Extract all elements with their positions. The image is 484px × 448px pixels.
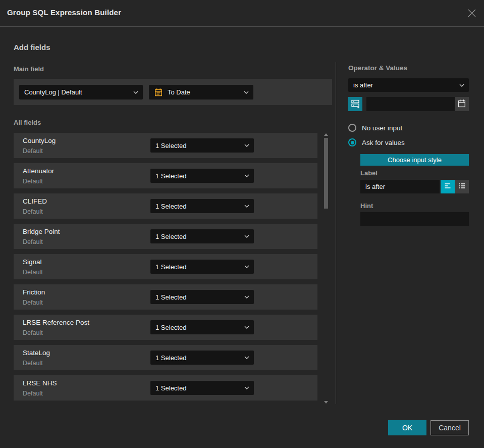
- chevron-down-icon: [244, 174, 249, 177]
- radio-circle-selected-icon: [348, 138, 356, 146]
- label-label: Label: [360, 169, 378, 177]
- field-subtitle: Default: [23, 147, 43, 155]
- operator-dropdown[interactable]: is after: [348, 78, 469, 92]
- chevron-down-icon: [459, 84, 464, 87]
- field-selected-dropdown[interactable]: 1 Selected: [150, 290, 254, 304]
- field-name: Attenuator: [23, 167, 54, 175]
- field-selected-dropdown[interactable]: 1 Selected: [150, 169, 254, 183]
- close-icon[interactable]: [467, 9, 476, 18]
- field-subtitle: Default: [23, 360, 43, 367]
- chevron-down-icon: [244, 295, 249, 298]
- radio-ask-for-values[interactable]: Ask for values: [348, 138, 405, 146]
- field-row: LRSE NHS Default 1 Selected: [14, 375, 317, 401]
- field-selected-value: 1 Selected: [155, 293, 186, 301]
- radio-no-user-input[interactable]: No user input: [348, 124, 402, 132]
- field-row: LRSE Reference Post Default 1 Selected: [14, 315, 317, 340]
- field-name: LRSE NHS: [23, 379, 57, 387]
- field-selected-dropdown[interactable]: 1 Selected: [150, 199, 254, 213]
- main-field-panel: CountyLog | Default To Date: [14, 79, 332, 105]
- field-selected-value: 1 Selected: [155, 172, 186, 180]
- all-fields-label: All fields: [14, 119, 41, 126]
- chevron-down-icon: [244, 386, 249, 389]
- field-selected-value: 1 Selected: [155, 233, 186, 240]
- ok-button[interactable]: OK: [388, 420, 426, 435]
- field-selected-value: 1 Selected: [155, 384, 186, 392]
- bulleted-list-icon: [457, 181, 466, 192]
- field-name: CountyLog: [23, 137, 56, 144]
- hint-label: Hint: [360, 202, 373, 210]
- field-row: StateLog Default 1 Selected: [14, 345, 317, 370]
- date-type-dropdown-value: To Date: [168, 88, 190, 96]
- field-name: LRSE Reference Post: [23, 319, 89, 326]
- operator-dropdown-value: is after: [353, 81, 373, 89]
- chevron-down-icon: [244, 91, 249, 94]
- field-selected-dropdown[interactable]: 1 Selected: [150, 229, 254, 243]
- field-subtitle: Default: [23, 299, 43, 306]
- field-subtitle: Default: [23, 208, 43, 215]
- field-subtitle: Default: [23, 269, 43, 276]
- main-field-dropdown-value: CountyLog | Default: [24, 88, 82, 96]
- chevron-down-icon: [133, 91, 138, 94]
- field-row: CLIFED Default 1 Selected: [14, 193, 317, 219]
- chevron-down-icon: [244, 326, 249, 329]
- list-style-button[interactable]: [455, 180, 469, 193]
- chevron-down-icon: [244, 205, 249, 208]
- field-subtitle: Default: [23, 329, 43, 336]
- label-input[interactable]: [360, 180, 440, 193]
- field-selected-dropdown[interactable]: 1 Selected: [150, 381, 254, 395]
- chevron-down-icon: [244, 356, 249, 359]
- field-name: CLIFED: [23, 197, 47, 205]
- list-scrollbar[interactable]: [322, 130, 330, 406]
- field-selected-dropdown[interactable]: 1 Selected: [150, 260, 254, 274]
- field-subtitle: Default: [23, 390, 43, 397]
- field-row: Bridge Point Default 1 Selected: [14, 224, 317, 249]
- field-row: CountyLog Default 1 Selected: [14, 133, 317, 158]
- field-name: Friction: [23, 288, 45, 296]
- field-selected-dropdown[interactable]: 1 Selected: [150, 320, 254, 334]
- all-fields-list: CountyLog Default 1 Selected Attenuator …: [14, 133, 317, 406]
- value-input[interactable]: [366, 97, 455, 111]
- add-fields-heading: Add fields: [14, 43, 50, 52]
- chevron-down-icon: [244, 235, 249, 238]
- radio-no-user-input-label: No user input: [362, 124, 402, 132]
- field-row: Signal Default 1 Selected: [14, 254, 317, 279]
- field-name: Bridge Point: [23, 228, 60, 235]
- calendar-icon: [457, 99, 466, 110]
- dialog-title-bar: Group SQL Expression Builder: [0, 0, 484, 27]
- field-selected-dropdown[interactable]: 1 Selected: [150, 351, 254, 365]
- calendar-icon: [154, 88, 163, 97]
- scrollbar-thumb[interactable]: [324, 138, 328, 209]
- dialog-title: Group SQL Expression Builder: [7, 8, 121, 17]
- scrollbar-up-arrow-icon[interactable]: [324, 133, 328, 136]
- scrollbar-down-arrow-icon[interactable]: [324, 401, 328, 404]
- field-selected-dropdown[interactable]: 1 Selected: [150, 138, 254, 153]
- main-field-dropdown[interactable]: CountyLog | Default: [19, 85, 143, 99]
- single-line-style-button[interactable]: [441, 180, 455, 193]
- vertical-divider: [336, 62, 336, 404]
- operator-values-heading: Operator & Values: [348, 64, 407, 72]
- date-picker-button[interactable]: [455, 97, 469, 111]
- main-field-label: Main field: [14, 65, 44, 73]
- align-left-icon: [443, 181, 452, 192]
- field-selected-value: 1 Selected: [155, 354, 186, 362]
- stacked-rows-icon: [350, 98, 360, 110]
- field-selected-value: 1 Selected: [155, 263, 186, 271]
- date-type-dropdown[interactable]: To Date: [149, 85, 253, 99]
- field-selected-value: 1 Selected: [155, 324, 186, 331]
- field-name: Signal: [23, 258, 42, 266]
- chevron-down-icon: [244, 144, 249, 147]
- field-name: StateLog: [23, 349, 50, 357]
- field-selected-value: 1 Selected: [155, 203, 186, 210]
- field-selected-value: 1 Selected: [155, 142, 186, 150]
- chevron-down-icon: [244, 265, 249, 268]
- cancel-button[interactable]: Cancel: [431, 420, 469, 435]
- field-row: Attenuator Default 1 Selected: [14, 163, 317, 188]
- hint-input[interactable]: [360, 212, 469, 226]
- field-subtitle: Default: [23, 238, 43, 245]
- field-row: Friction Default 1 Selected: [14, 284, 317, 310]
- input-type-button[interactable]: [348, 97, 362, 111]
- choose-input-style-button[interactable]: Choose input style: [360, 154, 469, 166]
- radio-ask-for-values-label: Ask for values: [362, 139, 405, 146]
- field-subtitle: Default: [23, 178, 43, 185]
- radio-circle-icon: [348, 124, 356, 132]
